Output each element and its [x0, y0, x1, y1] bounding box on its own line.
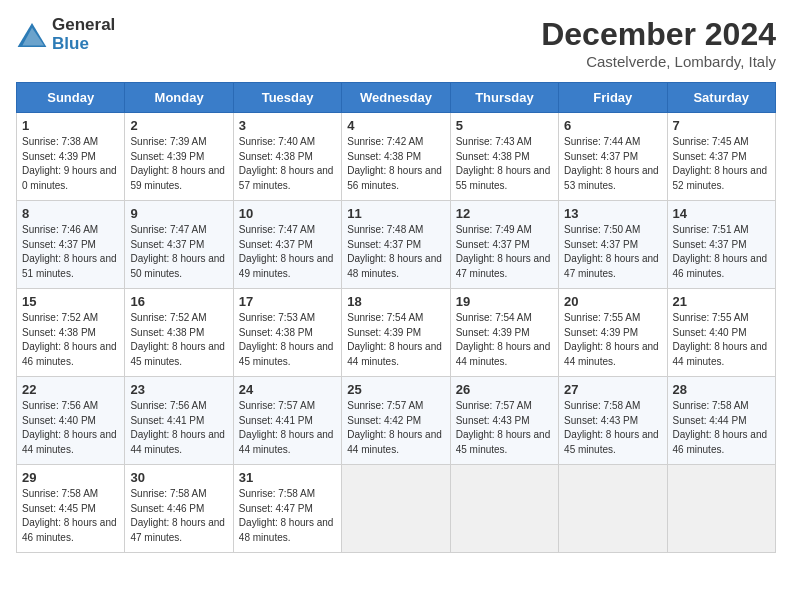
- calendar-header: SundayMondayTuesdayWednesdayThursdayFrid…: [17, 83, 776, 113]
- day-number: 2: [130, 118, 227, 133]
- day-number: 14: [673, 206, 770, 221]
- day-number: 6: [564, 118, 661, 133]
- cell-info: Sunrise: 7:49 AMSunset: 4:37 PMDaylight:…: [456, 224, 551, 279]
- day-number: 3: [239, 118, 336, 133]
- cell-info: Sunrise: 7:58 AMSunset: 4:44 PMDaylight:…: [673, 400, 768, 455]
- calendar-cell: 10Sunrise: 7:47 AMSunset: 4:37 PMDayligh…: [233, 201, 341, 289]
- calendar-cell: 24Sunrise: 7:57 AMSunset: 4:41 PMDayligh…: [233, 377, 341, 465]
- calendar-cell: 18Sunrise: 7:54 AMSunset: 4:39 PMDayligh…: [342, 289, 450, 377]
- calendar-cell: 22Sunrise: 7:56 AMSunset: 4:40 PMDayligh…: [17, 377, 125, 465]
- day-number: 13: [564, 206, 661, 221]
- cell-info: Sunrise: 7:38 AMSunset: 4:39 PMDaylight:…: [22, 136, 117, 191]
- calendar-cell: [342, 465, 450, 553]
- day-number: 12: [456, 206, 553, 221]
- calendar-cell: 26Sunrise: 7:57 AMSunset: 4:43 PMDayligh…: [450, 377, 558, 465]
- calendar-cell: [450, 465, 558, 553]
- page-header: General Blue December 2024 Castelverde, …: [16, 16, 776, 70]
- cell-info: Sunrise: 7:53 AMSunset: 4:38 PMDaylight:…: [239, 312, 334, 367]
- header-day: Wednesday: [342, 83, 450, 113]
- calendar-cell: 30Sunrise: 7:58 AMSunset: 4:46 PMDayligh…: [125, 465, 233, 553]
- title-block: December 2024 Castelverde, Lombardy, Ita…: [541, 16, 776, 70]
- calendar-cell: 7Sunrise: 7:45 AMSunset: 4:37 PMDaylight…: [667, 113, 775, 201]
- day-number: 30: [130, 470, 227, 485]
- cell-info: Sunrise: 7:44 AMSunset: 4:37 PMDaylight:…: [564, 136, 659, 191]
- calendar-cell: 29Sunrise: 7:58 AMSunset: 4:45 PMDayligh…: [17, 465, 125, 553]
- logo-icon: [16, 21, 48, 49]
- cell-info: Sunrise: 7:56 AMSunset: 4:41 PMDaylight:…: [130, 400, 225, 455]
- day-number: 11: [347, 206, 444, 221]
- cell-info: Sunrise: 7:58 AMSunset: 4:46 PMDaylight:…: [130, 488, 225, 543]
- day-number: 25: [347, 382, 444, 397]
- calendar-cell: 8Sunrise: 7:46 AMSunset: 4:37 PMDaylight…: [17, 201, 125, 289]
- cell-info: Sunrise: 7:52 AMSunset: 4:38 PMDaylight:…: [130, 312, 225, 367]
- cell-info: Sunrise: 7:54 AMSunset: 4:39 PMDaylight:…: [347, 312, 442, 367]
- month-title: December 2024: [541, 16, 776, 53]
- calendar-cell: 12Sunrise: 7:49 AMSunset: 4:37 PMDayligh…: [450, 201, 558, 289]
- header-row: SundayMondayTuesdayWednesdayThursdayFrid…: [17, 83, 776, 113]
- day-number: 21: [673, 294, 770, 309]
- cell-info: Sunrise: 7:50 AMSunset: 4:37 PMDaylight:…: [564, 224, 659, 279]
- calendar-week-row: 15Sunrise: 7:52 AMSunset: 4:38 PMDayligh…: [17, 289, 776, 377]
- day-number: 1: [22, 118, 119, 133]
- calendar-cell: 3Sunrise: 7:40 AMSunset: 4:38 PMDaylight…: [233, 113, 341, 201]
- cell-info: Sunrise: 7:55 AMSunset: 4:40 PMDaylight:…: [673, 312, 768, 367]
- day-number: 16: [130, 294, 227, 309]
- calendar-cell: 15Sunrise: 7:52 AMSunset: 4:38 PMDayligh…: [17, 289, 125, 377]
- cell-info: Sunrise: 7:58 AMSunset: 4:47 PMDaylight:…: [239, 488, 334, 543]
- logo: General Blue: [16, 16, 115, 53]
- calendar-cell: 20Sunrise: 7:55 AMSunset: 4:39 PMDayligh…: [559, 289, 667, 377]
- cell-info: Sunrise: 7:48 AMSunset: 4:37 PMDaylight:…: [347, 224, 442, 279]
- cell-info: Sunrise: 7:58 AMSunset: 4:45 PMDaylight:…: [22, 488, 117, 543]
- day-number: 29: [22, 470, 119, 485]
- day-number: 7: [673, 118, 770, 133]
- day-number: 20: [564, 294, 661, 309]
- calendar-cell: 14Sunrise: 7:51 AMSunset: 4:37 PMDayligh…: [667, 201, 775, 289]
- calendar-cell: 4Sunrise: 7:42 AMSunset: 4:38 PMDaylight…: [342, 113, 450, 201]
- cell-info: Sunrise: 7:54 AMSunset: 4:39 PMDaylight:…: [456, 312, 551, 367]
- day-number: 26: [456, 382, 553, 397]
- cell-info: Sunrise: 7:57 AMSunset: 4:41 PMDaylight:…: [239, 400, 334, 455]
- calendar-cell: 31Sunrise: 7:58 AMSunset: 4:47 PMDayligh…: [233, 465, 341, 553]
- logo-general: General: [52, 16, 115, 35]
- day-number: 5: [456, 118, 553, 133]
- cell-info: Sunrise: 7:57 AMSunset: 4:43 PMDaylight:…: [456, 400, 551, 455]
- calendar-week-row: 22Sunrise: 7:56 AMSunset: 4:40 PMDayligh…: [17, 377, 776, 465]
- calendar-cell: 16Sunrise: 7:52 AMSunset: 4:38 PMDayligh…: [125, 289, 233, 377]
- calendar-cell: 11Sunrise: 7:48 AMSunset: 4:37 PMDayligh…: [342, 201, 450, 289]
- day-number: 9: [130, 206, 227, 221]
- cell-info: Sunrise: 7:40 AMSunset: 4:38 PMDaylight:…: [239, 136, 334, 191]
- cell-info: Sunrise: 7:42 AMSunset: 4:38 PMDaylight:…: [347, 136, 442, 191]
- day-number: 22: [22, 382, 119, 397]
- header-day: Sunday: [17, 83, 125, 113]
- logo-blue: Blue: [52, 35, 115, 54]
- cell-info: Sunrise: 7:52 AMSunset: 4:38 PMDaylight:…: [22, 312, 117, 367]
- calendar-cell: [667, 465, 775, 553]
- cell-info: Sunrise: 7:47 AMSunset: 4:37 PMDaylight:…: [130, 224, 225, 279]
- day-number: 27: [564, 382, 661, 397]
- cell-info: Sunrise: 7:58 AMSunset: 4:43 PMDaylight:…: [564, 400, 659, 455]
- cell-info: Sunrise: 7:43 AMSunset: 4:38 PMDaylight:…: [456, 136, 551, 191]
- calendar-week-row: 1Sunrise: 7:38 AMSunset: 4:39 PMDaylight…: [17, 113, 776, 201]
- header-day: Monday: [125, 83, 233, 113]
- location-title: Castelverde, Lombardy, Italy: [541, 53, 776, 70]
- cell-info: Sunrise: 7:56 AMSunset: 4:40 PMDaylight:…: [22, 400, 117, 455]
- day-number: 23: [130, 382, 227, 397]
- calendar-cell: 25Sunrise: 7:57 AMSunset: 4:42 PMDayligh…: [342, 377, 450, 465]
- cell-info: Sunrise: 7:55 AMSunset: 4:39 PMDaylight:…: [564, 312, 659, 367]
- calendar-body: 1Sunrise: 7:38 AMSunset: 4:39 PMDaylight…: [17, 113, 776, 553]
- day-number: 15: [22, 294, 119, 309]
- calendar-cell: 13Sunrise: 7:50 AMSunset: 4:37 PMDayligh…: [559, 201, 667, 289]
- day-number: 24: [239, 382, 336, 397]
- calendar-cell: 17Sunrise: 7:53 AMSunset: 4:38 PMDayligh…: [233, 289, 341, 377]
- day-number: 10: [239, 206, 336, 221]
- cell-info: Sunrise: 7:45 AMSunset: 4:37 PMDaylight:…: [673, 136, 768, 191]
- calendar-cell: 6Sunrise: 7:44 AMSunset: 4:37 PMDaylight…: [559, 113, 667, 201]
- header-day: Tuesday: [233, 83, 341, 113]
- header-day: Saturday: [667, 83, 775, 113]
- day-number: 18: [347, 294, 444, 309]
- calendar-cell: 27Sunrise: 7:58 AMSunset: 4:43 PMDayligh…: [559, 377, 667, 465]
- calendar-cell: 21Sunrise: 7:55 AMSunset: 4:40 PMDayligh…: [667, 289, 775, 377]
- calendar-cell: 2Sunrise: 7:39 AMSunset: 4:39 PMDaylight…: [125, 113, 233, 201]
- calendar-cell: 28Sunrise: 7:58 AMSunset: 4:44 PMDayligh…: [667, 377, 775, 465]
- calendar-cell: 1Sunrise: 7:38 AMSunset: 4:39 PMDaylight…: [17, 113, 125, 201]
